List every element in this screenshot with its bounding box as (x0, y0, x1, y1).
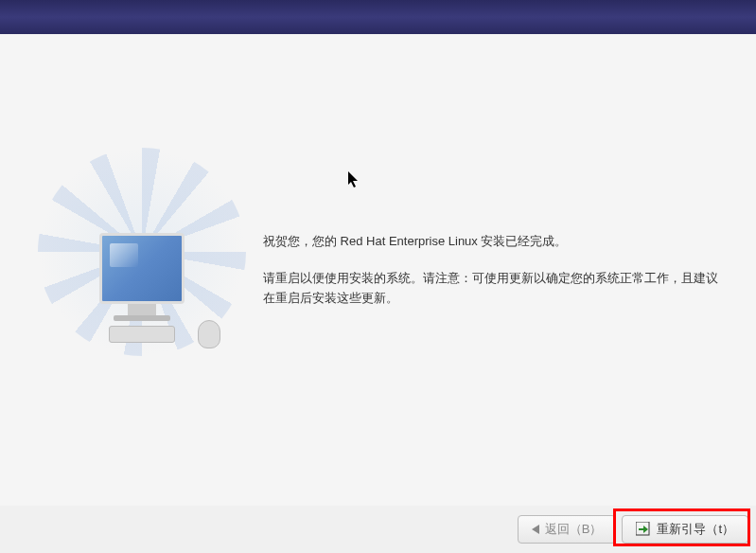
arrow-left-icon (532, 525, 539, 534)
reboot-button[interactable]: 重新引导（t） (622, 515, 748, 544)
content-area: 祝贺您，您的 Red Hat Enterprise Linux 安装已经完成。 … (0, 34, 756, 506)
congratulations-text: 祝贺您，您的 Red Hat Enterprise Linux 安装已经完成。 (263, 233, 728, 250)
mouse-icon (198, 320, 220, 348)
back-button[interactable]: 返回（B） (518, 515, 617, 544)
message-area: 祝贺您，您的 Red Hat Enterprise Linux 安装已经完成。 … (263, 233, 728, 309)
footer-buttons: 返回（B） 重新引导（t） (0, 506, 756, 553)
header-band (0, 0, 756, 34)
cursor-icon (348, 171, 361, 192)
keyboard-icon (109, 326, 175, 343)
reboot-icon (636, 522, 651, 537)
back-button-label: 返回（B） (545, 521, 603, 538)
monitor-base (114, 315, 170, 321)
monitor-icon (99, 233, 185, 304)
instructions-text: 请重启以便使用安装的系统。请注意：可使用更新以确定您的系统正常工作，且建议在重启… (263, 269, 728, 309)
computer-icon (80, 233, 203, 356)
monitor-stand (128, 304, 156, 315)
reboot-button-label: 重新引导（t） (657, 521, 734, 538)
